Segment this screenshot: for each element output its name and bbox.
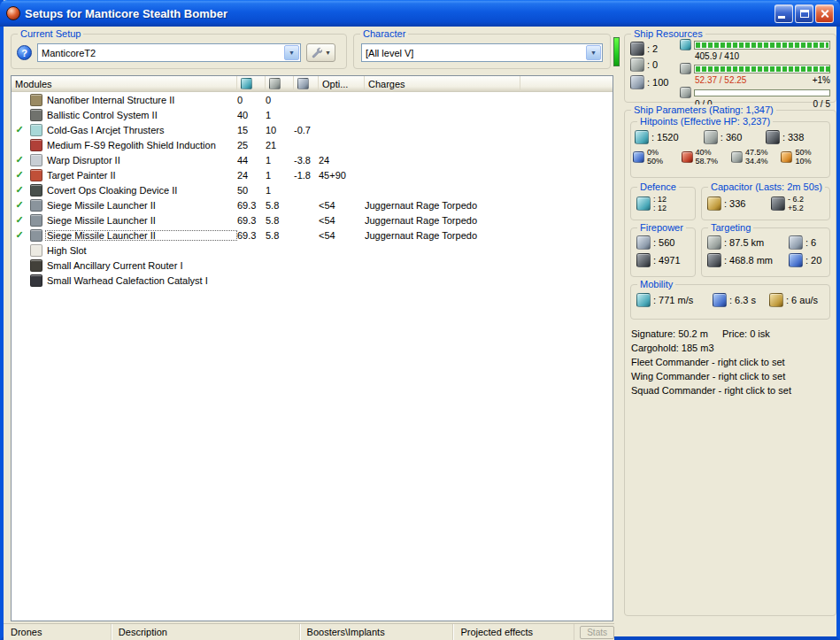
dps-value: : 560 [653,237,674,248]
module-icon [30,124,42,136]
module-charges: Juggernaut Rage Torpedo [365,200,613,211]
table-row[interactable]: Covert Ops Cloaking Device II 50 1 [12,182,613,197]
help-button[interactable]: ? [17,45,32,60]
table-row[interactable]: Cold-Gas I Arcjet Thrusters 15 10 -0.7 [12,122,613,137]
module-pg: 5.8 [266,215,294,226]
fitted-check-icon [12,229,27,241]
module-opti: 24 [319,155,365,166]
fleet-commander-text[interactable]: Fleet Commander - right click to set [631,357,785,367]
module-cap: -1.8 [294,170,319,181]
stats-button[interactable]: Stats [580,626,614,639]
app-icon [6,6,20,20]
module-name: High Slot [45,245,237,256]
explosive-resist-icon [781,151,792,163]
current-setup-group: Current Setup ? ManticoreT2 [11,34,347,69]
table-row[interactable]: Nanofiber Internal Structure II 0 0 [12,92,613,107]
table-row[interactable]: Medium F-S9 Regolith Shield Induction 25… [12,137,613,152]
panel-description[interactable]: Description [112,624,300,640]
module-cpu: 69.3 [237,215,266,226]
titlebar: Setups for Manticore Stealth Bomber [0,0,840,27]
structure-hp-value: : 338 [782,132,804,143]
table-row[interactable]: High Slot [12,243,613,258]
module-icon [30,274,42,287]
table-row[interactable]: Small Ancillary Current Router I [12,258,613,273]
module-pg: 10 [266,125,294,135]
column-header-capacitor[interactable] [294,76,319,91]
em-shield-resist: 0% [647,148,663,157]
agility-icon [713,293,727,307]
sensor-strength-value: : 20 [805,255,821,266]
shield-icon [635,130,649,144]
panel-projected-effects[interactable]: Projected effects [453,624,574,640]
module-pg: 1 [266,170,294,181]
module-pg: 21 [266,140,294,150]
module-opti: <54 [319,200,365,211]
targeting-group: Targeting : 87.5 km : 6 : 468.8 mm : 20 [701,227,830,277]
window-title: Setups for Manticore Stealth Bomber [25,7,774,20]
targeting-range-value: : 87.5 km [724,237,764,248]
minimize-button[interactable] [774,4,793,23]
table-row[interactable]: Siege Missile Launcher II 69.3 5.8 <54 J… [12,212,613,227]
table-row[interactable]: Small Warhead Calefaction Catalyst I [12,273,613,288]
setup-combobox-value: ManticoreT2 [38,48,283,58]
setup-combobox[interactable]: ManticoreT2 [37,43,301,62]
cap-recharge-icon [771,197,785,211]
module-name: Target Painter II [45,170,237,181]
drone-bar [694,89,830,96]
armor-hp-value: : 360 [721,132,742,143]
module-icon [30,154,42,166]
fitted-check-icon [12,184,27,196]
column-header-modules[interactable]: Modules [12,76,237,91]
firepower-title: Firepower [637,222,686,233]
close-icon [820,9,829,19]
chevron-down-icon[interactable] [284,45,299,60]
sensor-strength-icon [789,253,803,267]
column-header-optimal[interactable]: Opti... [319,76,365,91]
warp-speed-icon [769,293,783,307]
module-cpu: 50 [237,185,266,196]
module-icon [30,184,42,197]
module-name: Nanofiber Internal Structure II [45,95,237,105]
capacitor-icon [707,197,721,211]
character-label: Character [360,28,408,39]
module-opti: <54 [319,230,365,241]
squad-commander-text[interactable]: Squad Commander - right click to set [631,385,791,396]
capacitor-title: Capacitor (Lasts: 2m 50s) [708,181,825,192]
wing-commander-text[interactable]: Wing Commander - right click to set [631,371,785,382]
module-cpu: 15 [237,125,266,135]
column-header-charges[interactable]: Charges [365,76,520,91]
panel-drones[interactable]: Drones [4,624,112,640]
modules-list-header: Modules Opti... Charges [12,76,613,92]
cpu-column-icon [241,78,252,89]
table-row[interactable]: Target Painter II 24 1 -1.8 45+90 [12,167,613,182]
cpu-bar [694,41,830,50]
setup-tools-button[interactable] [306,43,335,62]
fitted-check-icon [12,214,27,226]
table-row[interactable]: Warp Disruptor II 44 1 -3.8 24 [12,152,613,167]
thermal-shield-resist: 40% [696,148,719,157]
hitpoints-group: Hitpoints (Effective HP: 3,237) : 1520 :… [630,121,830,178]
bottom-panels: Drones Description Boosters\Implants Pro… [4,623,614,640]
table-row[interactable]: Siege Missile Launcher II 69.3 5.8 <54 J… [12,227,613,243]
maximize-button[interactable] [795,4,813,23]
chevron-down-icon[interactable] [586,45,601,60]
cargohold-text: Cargohold: 185 m3 [631,343,714,353]
table-row[interactable]: Ballistic Control System II 40 1 [12,107,613,122]
module-icon [30,259,42,272]
scan-resolution-value: : 468.8 mm [724,255,773,266]
module-cpu: 40 [237,110,266,120]
targeting-range-icon [707,235,721,250]
signature-text: Signature: 50.2 m [631,328,708,339]
column-header-cpu[interactable] [237,76,266,91]
module-icon [30,109,42,121]
table-row[interactable]: Siege Missile Launcher II 69.3 5.8 <54 J… [12,197,613,212]
column-header-powergrid[interactable] [266,76,294,91]
modules-list-body: Nanofiber Internal Structure II 0 0 Ball… [12,92,613,621]
close-button[interactable] [815,4,834,23]
volley-value: : 4971 [653,255,681,266]
module-pg: 5.8 [266,230,294,241]
character-combobox[interactable]: [All level V] [361,43,603,62]
module-name: Small Warhead Calefaction Catalyst I [45,275,237,286]
module-cpu: 69.3 [237,200,266,211]
panel-boosters-implants[interactable]: Boosters\Implants [300,624,454,640]
